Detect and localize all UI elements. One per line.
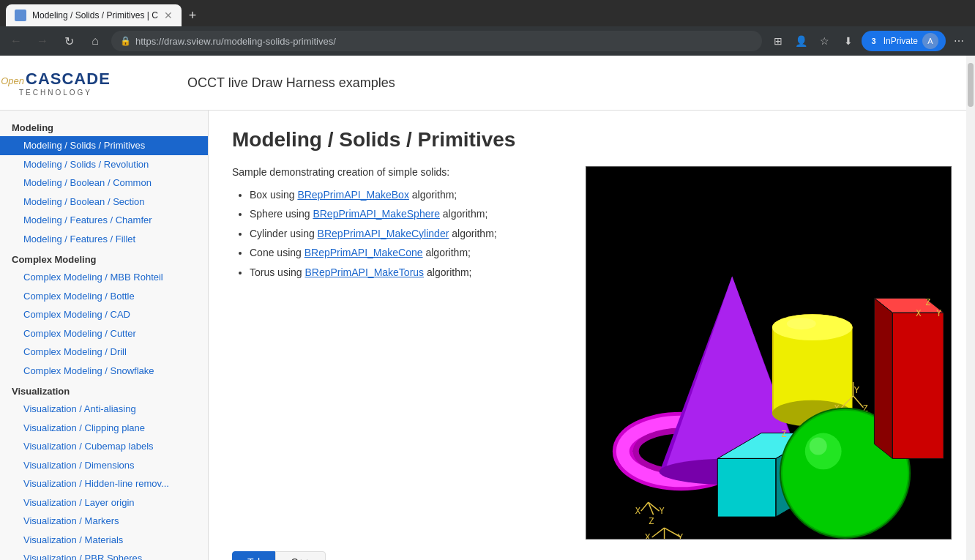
scrollbar-thumb[interactable] <box>968 63 974 107</box>
favorites-button[interactable]: ☆ <box>815 31 835 51</box>
sidebar-item-cutter[interactable]: Complex Modeling / Cutter <box>0 324 208 343</box>
sidebar-item-dimensions[interactable]: Visualization / Dimensions <box>0 456 208 475</box>
svg-text:Y: Y <box>660 506 665 516</box>
sidebar-item-drill[interactable]: Complex Modeling / Drill <box>0 343 208 362</box>
sidebar-item-clipping[interactable]: Visualization / Clipping plane <box>0 419 208 438</box>
sidebar-item-fillet[interactable]: Modeling / Features / Fillet <box>0 230 208 249</box>
svg-point-18 <box>787 318 816 329</box>
svg-marker-39 <box>892 313 944 458</box>
sidebar: Modeling Modeling / Solids / Primitives … <box>0 111 209 560</box>
logo-sub: TECHNOLOGY <box>19 89 92 97</box>
sidebar-item-revolution[interactable]: Modeling / Solids / Revolution <box>0 155 208 174</box>
sidebar-item-materials[interactable]: Visualization / Materials <box>0 531 208 550</box>
svg-text:X: X <box>645 531 651 539</box>
inprivate-count: 3 <box>869 36 879 46</box>
link-makecone[interactable]: BRepPrimAPI_MakeCone <box>305 247 423 258</box>
security-icon: 🔒 <box>120 36 131 46</box>
sidebar-section-modeling: Modeling <box>0 116 208 136</box>
tab-favicon <box>15 10 26 21</box>
sidebar-item-chamfer[interactable]: Modeling / Features / Chamfer <box>0 211 208 230</box>
extensions-button[interactable]: ⊞ <box>768 31 788 51</box>
sidebar-item-snowflake[interactable]: Complex Modeling / Snowflake <box>0 362 208 381</box>
svg-point-38 <box>810 438 827 455</box>
sidebar-item-hiddenline[interactable]: Visualization / Hidden-line remov... <box>0 474 208 493</box>
back-button[interactable]: ← <box>6 31 26 51</box>
sidebar-item-boolean-common[interactable]: Modeling / Boolean / Common <box>0 173 208 193</box>
tab-title: Modeling / Solids / Primitives | C <box>32 10 158 20</box>
main-layout: Modeling Modeling / Solids / Primitives … <box>0 111 975 560</box>
sidebar-item-antialiasing[interactable]: Visualization / Anti-aliasing <box>0 400 208 419</box>
svg-text:Y: Y <box>854 384 860 395</box>
profile-button[interactable]: 👤 <box>791 31 812 51</box>
browser-window: Modeling / Solids / Primitives | C ✕ + ←… <box>0 0 975 560</box>
page-content: Open CASCADE TECHNOLOGY OCCT live Draw H… <box>0 56 975 560</box>
sidebar-item-primitives[interactable]: Modeling / Solids / Primitives <box>0 136 208 155</box>
tab-tcl[interactable]: Tcl <box>232 551 275 560</box>
link-makebox[interactable]: BRepPrimAPI_MakeBox <box>297 189 409 201</box>
new-tab-button[interactable]: + <box>183 8 203 23</box>
sidebar-section-visualization: Visualization <box>0 380 208 400</box>
svg-text:X: X <box>635 506 641 516</box>
sidebar-section-complex: Complex Modeling <box>0 248 208 268</box>
sidebar-item-layerorigin[interactable]: Visualization / Layer origin <box>0 493 208 512</box>
sidebar-item-markers[interactable]: Visualization / Markers <box>0 512 208 531</box>
svg-text:X: X <box>916 308 922 318</box>
downloads-button[interactable]: ⬇ <box>838 31 859 51</box>
svg-marker-41 <box>874 298 892 458</box>
settings-button[interactable]: ⋯ <box>949 31 969 51</box>
3d-render-image: Z Y X <box>586 166 952 540</box>
tab-bar: Modeling / Solids / Primitives | C ✕ + <box>0 0 975 26</box>
svg-text:Z: Z <box>649 515 654 526</box>
sidebar-item-bottle[interactable]: Complex Modeling / Bottle <box>0 287 208 306</box>
sidebar-item-mbb[interactable]: Complex Modeling / MBB Rohteil <box>0 268 208 287</box>
sidebar-item-cubemap[interactable]: Visualization / Cubemap labels <box>0 437 208 456</box>
tab-close-button[interactable]: ✕ <box>164 10 173 21</box>
sidebar-item-pbr[interactable]: Visualization / PBR Spheres <box>0 549 208 560</box>
sidebar-item-boolean-section[interactable]: Modeling / Boolean / Section <box>0 193 208 212</box>
tab-cpp[interactable]: C++ <box>275 551 325 560</box>
site-logo: Open CASCADE TECHNOLOGY <box>12 61 100 105</box>
address-bar[interactable]: 🔒 https://draw.sview.ru/modeling-solids-… <box>111 31 762 51</box>
logo-italic: Open <box>1 75 24 86</box>
code-tab-group: Tcl C++ <box>232 551 952 560</box>
svg-text:Z: Z <box>925 297 930 307</box>
svg-marker-25 <box>717 458 776 517</box>
svg-text:Z: Z <box>781 429 786 439</box>
toolbar-right: ⊞ 👤 ☆ ⬇ 3 InPrivate A ⋯ <box>768 31 969 51</box>
sidebar-item-cad[interactable]: Complex Modeling / CAD <box>0 305 208 324</box>
logo-main: CASCADE <box>26 70 111 89</box>
content-area: Modeling / Solids / Primitives <box>209 111 975 560</box>
svg-text:Y: Y <box>936 308 941 318</box>
svg-text:Y: Y <box>678 531 684 539</box>
address-text: https://draw.sview.ru/modeling-solids-pr… <box>135 36 336 47</box>
page-title: Modeling / Solids / Primitives <box>232 128 952 152</box>
reload-button[interactable]: ↻ <box>59 31 79 51</box>
active-tab[interactable]: Modeling / Solids / Primitives | C ✕ <box>6 4 182 26</box>
inprivate-label: InPrivate <box>884 36 918 46</box>
profile-avatar: A <box>922 33 938 49</box>
site-tagline: OCCT live Draw Harness examples <box>187 75 395 91</box>
link-makecylinder[interactable]: BRepPrimAPI_MakeCylinder <box>318 228 449 239</box>
link-makesphere[interactable]: BRepPrimAPI_MakeSphere <box>313 208 440 220</box>
link-maketorus[interactable]: BRepPrimAPI_MakeTorus <box>305 266 424 278</box>
forward-button[interactable]: → <box>32 31 53 51</box>
inprivate-button[interactable]: 3 InPrivate A <box>862 31 946 51</box>
browser-toolbar: ← → ↻ ⌂ 🔒 https://draw.sview.ru/modeling… <box>0 26 975 56</box>
site-header: Open CASCADE TECHNOLOGY OCCT live Draw H… <box>0 56 975 111</box>
home-button[interactable]: ⌂ <box>85 31 105 51</box>
scrollbar[interactable] <box>966 56 975 560</box>
